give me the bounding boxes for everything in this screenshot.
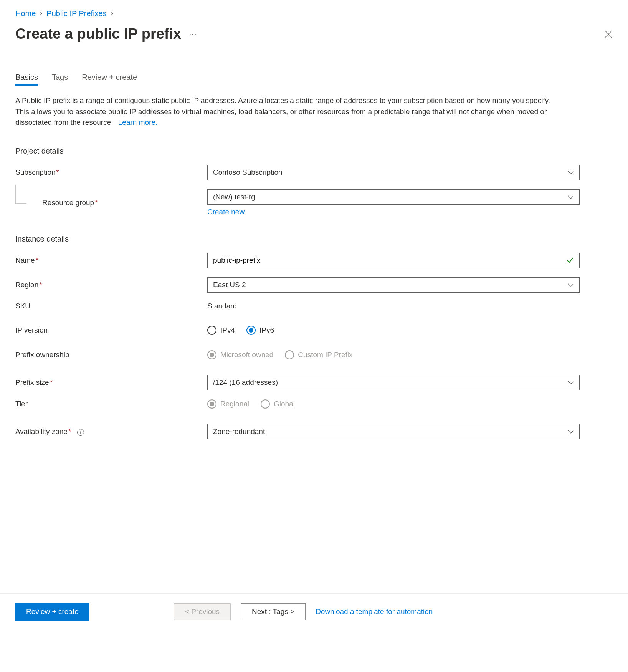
- radio-label-global: Global: [274, 400, 295, 408]
- chevron-down-icon: [568, 378, 574, 387]
- resource-group-value: (New) test-rg: [213, 193, 255, 201]
- region-select[interactable]: East US 2: [207, 277, 580, 293]
- close-icon[interactable]: [604, 30, 613, 38]
- tier-radios: Regional Global: [207, 399, 580, 409]
- next-button[interactable]: Next : Tags >: [241, 603, 306, 620]
- radio-icon: [207, 326, 216, 335]
- chevron-down-icon: [568, 193, 574, 201]
- radio-label-ipv4: IPv4: [220, 326, 235, 334]
- label-region: Region*: [15, 281, 207, 289]
- radio-icon: [261, 399, 270, 409]
- download-template-link[interactable]: Download a template for automation: [316, 607, 433, 616]
- radio-global: Global: [261, 399, 295, 409]
- chevron-down-icon: [568, 427, 574, 436]
- radio-microsoft-owned: Microsoft owned: [207, 350, 273, 359]
- radio-label-customip: Custom IP Prefix: [298, 351, 352, 359]
- tab-basics[interactable]: Basics: [15, 73, 38, 86]
- label-sku: SKU: [15, 302, 207, 310]
- page-header: Create a public IP prefix ⋯: [15, 26, 613, 42]
- subscription-select[interactable]: Contoso Subscription: [207, 165, 580, 180]
- radio-icon: [207, 399, 216, 409]
- section-project-details: Project details: [15, 147, 613, 156]
- label-prefix-size: Prefix size*: [15, 378, 207, 387]
- chevron-down-icon: [568, 281, 574, 289]
- field-name: Name*: [15, 253, 613, 268]
- radio-ipv4[interactable]: IPv4: [207, 326, 235, 335]
- subscription-value: Contoso Subscription: [213, 168, 283, 177]
- field-resource-group: Resource group* (New) test-rg Create new: [15, 189, 613, 216]
- field-subscription: Subscription* Contoso Subscription: [15, 165, 613, 180]
- availability-zone-select[interactable]: Zone-redundant: [207, 424, 580, 439]
- section-instance-details: Instance details: [15, 235, 613, 243]
- label-resource-group: Resource group*: [15, 199, 207, 207]
- tab-tags[interactable]: Tags: [52, 73, 68, 86]
- region-value: East US 2: [213, 281, 246, 289]
- footer-bar: Review + create < Previous Next : Tags >…: [0, 593, 628, 630]
- availability-zone-value: Zone-redundant: [213, 427, 265, 436]
- radio-icon: [207, 350, 216, 359]
- checkmark-icon: [566, 257, 574, 264]
- prefix-size-select[interactable]: /124 (16 addresses): [207, 375, 580, 390]
- radio-regional: Regional: [207, 399, 249, 409]
- breadcrumb: Home Public IP Prefixes: [15, 9, 613, 18]
- field-region: Region* East US 2: [15, 277, 613, 293]
- field-tier: Tier Regional Global: [15, 399, 613, 409]
- info-icon[interactable]: i: [77, 429, 84, 436]
- label-tier: Tier: [15, 400, 207, 408]
- chevron-right-icon: [40, 10, 43, 17]
- field-ip-version: IP version IPv4 IPv6: [15, 326, 613, 335]
- label-prefix-ownership: Prefix ownership: [15, 351, 207, 359]
- review-create-button[interactable]: Review + create: [15, 603, 89, 621]
- label-ip-version: IP version: [15, 326, 207, 334]
- field-availability-zone: Availability zone* i Zone-redundant: [15, 424, 613, 439]
- label-subscription: Subscription*: [15, 168, 207, 177]
- radio-icon: [246, 326, 256, 335]
- previous-button: < Previous: [174, 603, 231, 620]
- field-sku: SKU Standard: [15, 302, 613, 310]
- label-availability-zone: Availability zone* i: [15, 427, 207, 436]
- tab-bar: Basics Tags Review + create: [15, 73, 613, 86]
- radio-label-regional: Regional: [220, 400, 249, 408]
- tab-review[interactable]: Review + create: [82, 73, 137, 86]
- label-name: Name*: [15, 256, 207, 265]
- ip-version-radios: IPv4 IPv6: [207, 326, 580, 335]
- ellipsis-icon[interactable]: ⋯: [189, 30, 197, 39]
- chevron-down-icon: [568, 168, 574, 177]
- description-text: A Public IP prefix is a range of contigu…: [15, 95, 553, 128]
- field-prefix-size: Prefix size* /124 (16 addresses): [15, 375, 613, 390]
- radio-label-msowned: Microsoft owned: [220, 351, 273, 359]
- name-input-wrapper: [207, 253, 580, 268]
- sku-value: Standard: [207, 302, 237, 310]
- radio-custom-ip: Custom IP Prefix: [285, 350, 352, 359]
- field-prefix-ownership: Prefix ownership Microsoft owned Custom …: [15, 350, 613, 359]
- resource-group-select[interactable]: (New) test-rg: [207, 189, 580, 205]
- create-new-link[interactable]: Create new: [207, 208, 245, 216]
- chevron-right-icon: [111, 10, 114, 17]
- radio-label-ipv6: IPv6: [259, 326, 274, 334]
- learn-more-link[interactable]: Learn more.: [118, 117, 157, 128]
- breadcrumb-prefixes[interactable]: Public IP Prefixes: [46, 9, 106, 18]
- name-input[interactable]: [213, 256, 566, 265]
- breadcrumb-home[interactable]: Home: [15, 9, 36, 18]
- radio-icon: [285, 350, 294, 359]
- prefix-ownership-radios: Microsoft owned Custom IP Prefix: [207, 350, 580, 359]
- radio-ipv6[interactable]: IPv6: [246, 326, 274, 335]
- prefix-size-value: /124 (16 addresses): [213, 378, 278, 387]
- page-title: Create a public IP prefix: [15, 26, 181, 42]
